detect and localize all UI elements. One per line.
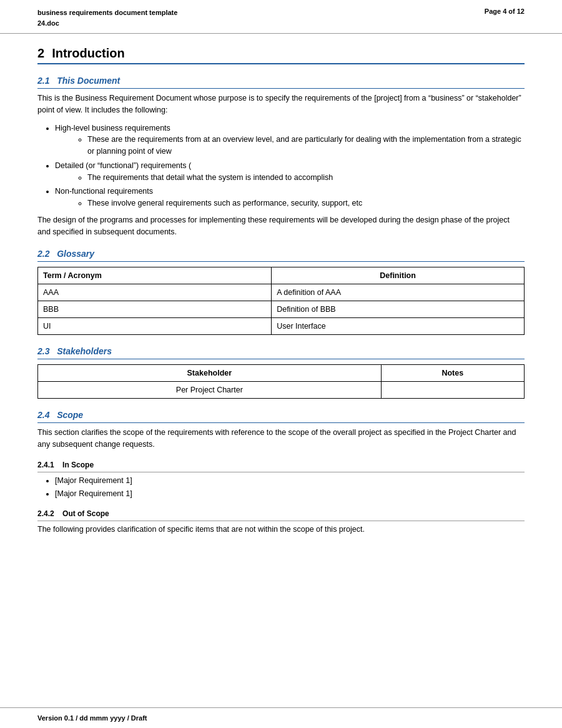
stakeholders-table: Stakeholder Notes Per Project Charter bbox=[37, 364, 525, 399]
main-content: 2 Introduction 2.1 This Document This is… bbox=[0, 34, 562, 707]
section-21-title: This Document bbox=[57, 76, 120, 86]
section-21-number: 2.1 bbox=[37, 76, 49, 86]
glossary-cell-term: BBB bbox=[38, 301, 272, 318]
intro-bullet-list: High-level business requirements These a… bbox=[55, 122, 525, 209]
glossary-cell-term: UI bbox=[38, 318, 272, 335]
inscope-bullet-list: [Major Requirement 1][Major Requirement … bbox=[55, 475, 525, 500]
inscope-bullet-item: [Major Requirement 1] bbox=[55, 488, 525, 500]
section-241-number: 2.4.1 bbox=[37, 461, 54, 469]
glossary-cell-definition: User Interface bbox=[272, 318, 525, 335]
design-paragraph: The design of the programs and processes… bbox=[37, 214, 525, 238]
section-23-heading: 2.3 Stakeholders bbox=[37, 346, 525, 359]
section-22-number: 2.2 bbox=[37, 249, 49, 259]
glossary-table-row: UIUser Interface bbox=[38, 318, 525, 335]
bullet-item-1: High-level business requirements These a… bbox=[55, 122, 525, 157]
glossary-cell-term: AAA bbox=[38, 284, 272, 301]
glossary-table: Term / Acronym Definition AAAA definitio… bbox=[37, 267, 525, 335]
glossary-table-row: AAAA definition of AAA bbox=[38, 284, 525, 301]
section-24-number: 2.4 bbox=[37, 410, 49, 420]
bullet-3-sub-1: These involve general requirements such … bbox=[87, 197, 525, 209]
section-241-title: In Scope bbox=[62, 461, 94, 469]
header-filename-line2: 24.doc bbox=[37, 18, 177, 29]
glossary-cell-definition: Definition of BBB bbox=[272, 301, 525, 318]
bullet-2-sub-1: The requirements that detail what the sy… bbox=[87, 172, 525, 184]
glossary-header-row: Term / Acronym Definition bbox=[38, 267, 525, 284]
stakeholders-cell-name: Per Project Charter bbox=[38, 382, 382, 399]
intro-paragraph: This is the Business Requirement Documen… bbox=[37, 92, 525, 116]
page: business requirements document template … bbox=[0, 0, 562, 728]
bullet-2-sublist: The requirements that detail what the sy… bbox=[87, 172, 525, 184]
section-241-heading: 2.4.1 In Scope bbox=[37, 461, 525, 472]
page-header: business requirements document template … bbox=[0, 0, 562, 34]
bullet-item-2: Detailed (or “functional”) requirements … bbox=[55, 160, 525, 184]
section-24-heading: 2.4 Scope bbox=[37, 410, 525, 423]
header-left: business requirements document template … bbox=[37, 7, 177, 28]
section-242-number: 2.4.2 bbox=[37, 509, 54, 518]
section-242-title: Out of Scope bbox=[62, 509, 109, 518]
header-page-number: Page 4 of 12 bbox=[485, 7, 525, 15]
section-23-title: Stakeholders bbox=[57, 346, 112, 356]
section-21-heading: 2.1 This Document bbox=[37, 76, 525, 89]
bullet-item-3: Non-functional requirements These involv… bbox=[55, 186, 525, 209]
glossary-table-row: BBBDefinition of BBB bbox=[38, 301, 525, 318]
section-2-heading: 2 Introduction bbox=[37, 46, 525, 64]
stakeholders-table-row: Per Project Charter bbox=[38, 382, 525, 399]
section-2-title: Introduction bbox=[52, 46, 125, 61]
section-24-title: Scope bbox=[57, 410, 83, 420]
stakeholders-header-row: Stakeholder Notes bbox=[38, 365, 525, 382]
bullet-3-sublist: These involve general requirements such … bbox=[87, 197, 525, 209]
stakeholders-cell-notes bbox=[381, 382, 524, 399]
glossary-col-definition: Definition bbox=[272, 267, 525, 284]
page-footer: Version 0.1 / dd mmm yyyy / Draft bbox=[0, 707, 562, 728]
outscope-paragraph: The following provides clarification of … bbox=[37, 524, 525, 536]
stakeholders-col-notes: Notes bbox=[381, 365, 524, 382]
section-22-heading: 2.2 Glossary bbox=[37, 249, 525, 262]
stakeholders-col-name: Stakeholder bbox=[38, 365, 382, 382]
header-filename-line1: business requirements document template bbox=[37, 7, 177, 18]
glossary-cell-definition: A definition of AAA bbox=[272, 284, 525, 301]
section-22-title: Glossary bbox=[57, 249, 94, 259]
footer-text: Version 0.1 / dd mmm yyyy / Draft bbox=[37, 714, 147, 722]
section-2-number: 2 bbox=[37, 46, 44, 61]
bullet-1-sublist: These are the requirements from at an ov… bbox=[87, 134, 525, 157]
scope-paragraph: This section clarifies the scope of the … bbox=[37, 427, 525, 451]
inscope-bullet-item: [Major Requirement 1] bbox=[55, 475, 525, 487]
section-23-number: 2.3 bbox=[37, 346, 49, 356]
section-242-heading: 2.4.2 Out of Scope bbox=[37, 509, 525, 521]
bullet-1-sub-1: These are the requirements from at an ov… bbox=[87, 134, 525, 157]
glossary-col-term: Term / Acronym bbox=[38, 267, 272, 284]
